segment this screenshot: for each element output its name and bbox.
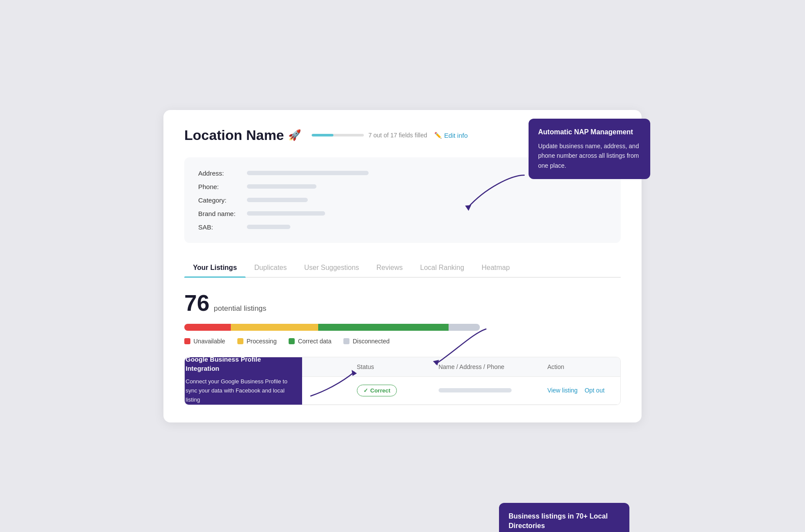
legend-processing: Processing — [237, 338, 276, 345]
info-row-sab: SAB: — [198, 223, 607, 231]
checkmark-icon: ✓ — [363, 387, 368, 394]
phone-label: Phone: — [198, 183, 242, 190]
tooltip-nap-title: Automatic NAP Management — [538, 127, 641, 137]
progress-bar-container — [312, 134, 364, 136]
legend-dot-processing — [237, 338, 243, 344]
color-bar — [184, 324, 480, 331]
table-cell-nap — [430, 380, 539, 400]
legend-dot-unavailable — [184, 338, 190, 344]
legend-disconnected: Disconnected — [343, 338, 389, 345]
progress-bar-fill — [312, 134, 333, 136]
opt-out-link[interactable]: Opt out — [585, 387, 605, 394]
category-placeholder — [247, 198, 308, 202]
table-cell-action: View listing Opt out — [539, 379, 620, 402]
bar-correct — [318, 324, 449, 331]
edit-label: Edit info — [444, 132, 468, 139]
table-header-status: Status — [348, 357, 430, 376]
status-badge: ✓ Correct — [357, 385, 397, 396]
address-placeholder — [247, 171, 369, 175]
edit-info-button[interactable]: ✏️ Edit info — [434, 132, 468, 139]
info-row-category: Category: — [198, 196, 607, 204]
info-row-brandname: Brand name: — [198, 210, 607, 217]
progress-text: 7 out of 17 fields filled — [368, 132, 427, 139]
brandname-label: Brand name: — [198, 210, 242, 217]
rocket-icon: 🚀 — [288, 129, 301, 141]
nap-placeholder — [439, 388, 512, 392]
tooltip-gbp: Google Business Profile Integration Conn… — [184, 357, 302, 405]
title-text: Location Name — [184, 127, 284, 143]
tooltip-gbp-title: Google Business Profile Integration — [186, 357, 293, 373]
view-listing-link[interactable]: View listing — [547, 387, 578, 394]
tab-your-listings[interactable]: Your Listings — [184, 259, 246, 277]
listings-label: potential listings — [214, 304, 266, 313]
potential-listings: 76 potential listings — [184, 290, 621, 316]
stats-area: Business listings in 70+ Local Directori… — [184, 290, 621, 345]
stats-section: 76 potential listings Unavailable Proces… — [184, 290, 621, 345]
bar-unavailable — [184, 324, 231, 331]
tab-heatmap[interactable]: Heatmap — [473, 259, 519, 277]
tooltip-listings: Business listings in 70+ Local Directori… — [499, 503, 629, 532]
tooltip-listings-title: Business listings in 70+ Local Directori… — [509, 512, 620, 531]
info-row-phone: Phone: — [198, 183, 607, 190]
pencil-icon: ✏️ — [434, 132, 442, 139]
tooltip-gbp-body: Connect your Google Business Profile to … — [186, 377, 293, 404]
tab-duplicates[interactable]: Duplicates — [246, 259, 296, 277]
phone-placeholder — [247, 184, 316, 189]
table-header-action: Action — [539, 357, 620, 376]
tab-user-suggestions[interactable]: User Suggestions — [296, 259, 368, 277]
category-label: Category: — [198, 196, 242, 204]
legend-dot-correct — [289, 338, 295, 344]
legend-dot-disconnected — [343, 338, 349, 344]
sab-label: SAB: — [198, 223, 242, 231]
status-label: Correct — [370, 387, 390, 394]
table-cell-status: ✓ Correct — [348, 377, 430, 404]
bar-processing — [231, 324, 318, 331]
main-card: Automatic NAP Management Update business… — [163, 110, 642, 422]
location-title: Location Name 🚀 — [184, 127, 301, 143]
sab-placeholder — [247, 225, 290, 229]
tabs-row: Your Listings Duplicates User Suggestion… — [184, 259, 621, 278]
legend-row: Unavailable Processing Correct data Disc… — [184, 338, 621, 345]
legend-unavailable: Unavailable — [184, 338, 225, 345]
address-label: Address: — [198, 170, 242, 177]
brandname-placeholder — [247, 211, 325, 216]
bar-disconnected — [449, 324, 480, 331]
table-header-nap: Name / Address / Phone — [430, 357, 539, 376]
legend-correct: Correct data — [289, 338, 331, 345]
listings-number: 76 — [184, 290, 210, 316]
action-links: View listing Opt out — [547, 387, 612, 394]
tooltip-nap-body: Update business name, address, and phone… — [538, 141, 641, 170]
table-section: Directory Status Name / Address / Phone … — [184, 357, 621, 405]
progress-section: 7 out of 17 fields filled — [312, 132, 427, 139]
tooltip-nap: Automatic NAP Management Update business… — [529, 119, 650, 180]
tab-local-ranking[interactable]: Local Ranking — [412, 259, 473, 277]
tab-reviews[interactable]: Reviews — [368, 259, 411, 277]
